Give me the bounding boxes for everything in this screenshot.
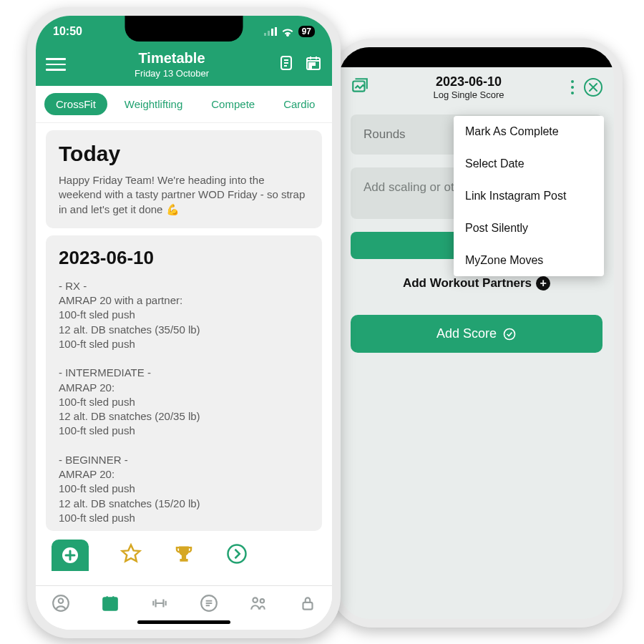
tab-weightlifting[interactable]: Weightlifting (113, 93, 194, 115)
status-time: 10:50 (53, 25, 82, 38)
add-button[interactable] (52, 540, 89, 571)
page-subtitle: Friday 13 October (66, 68, 278, 79)
svg-rect-5 (275, 27, 277, 36)
nav-lock[interactable] (298, 593, 318, 613)
tab-row: CrossFit Weightlifting Compete Cardio Ad… (36, 86, 332, 123)
menu-item-select-date[interactable]: Select Date (454, 147, 604, 180)
kebab-menu-icon[interactable] (568, 77, 577, 97)
workout-date: 2023-06-10 (59, 247, 309, 269)
menu-item-mark-complete[interactable]: Mark As Complete (454, 116, 604, 147)
nav-calendar[interactable] (100, 593, 120, 613)
workout-text: - RX - AMRAP 20 with a partner: 100-ft s… (59, 279, 309, 525)
arrow-right-icon[interactable] (226, 543, 248, 567)
svg-point-1 (504, 328, 515, 339)
add-partners-label: Add Workout Partners (403, 276, 532, 291)
nav-workouts[interactable] (150, 593, 170, 613)
log-subtitle: Log Single Score (369, 89, 568, 100)
svg-rect-8 (309, 63, 311, 65)
svg-rect-2 (264, 33, 266, 36)
svg-rect-19 (303, 602, 312, 609)
android-notch (405, 47, 548, 67)
close-button[interactable] (584, 78, 602, 97)
svg-point-14 (58, 598, 63, 603)
phone-left: 10:50 97 Timetable Friday 13 October (27, 7, 341, 638)
home-indicator (137, 620, 230, 624)
cellular-icon (264, 27, 277, 36)
nav-profile[interactable] (51, 593, 71, 613)
add-partners-button[interactable]: Add Workout Partners + (351, 276, 602, 291)
page-title: Timetable (66, 50, 278, 67)
plus-icon (62, 547, 79, 564)
tab-cardio[interactable]: Cardio (272, 93, 326, 115)
context-menu: Mark As Complete Select Date Link Instag… (454, 116, 604, 276)
menu-icon[interactable] (46, 58, 66, 71)
workout-card: 2023-06-10 - RX - AMRAP 20 with a partne… (46, 235, 322, 531)
main-content: Today Happy Friday Team! We're heading i… (36, 123, 332, 630)
check-circle-icon (502, 327, 517, 341)
menu-item-post-silently[interactable]: Post Silently (454, 212, 604, 244)
svg-rect-9 (313, 63, 315, 65)
workout-actions (42, 538, 326, 571)
log-title: 2023-06-10 (369, 74, 568, 89)
add-score-button[interactable]: Add Score (351, 315, 602, 353)
svg-point-17 (253, 597, 258, 602)
ios-notch (125, 16, 243, 42)
wifi-icon (281, 27, 294, 36)
calendar-icon[interactable] (305, 54, 322, 74)
nav-community[interactable] (248, 593, 268, 613)
nav-list[interactable] (199, 593, 219, 613)
svg-point-18 (260, 599, 263, 602)
battery-badge: 97 (298, 26, 315, 37)
trophy-icon[interactable] (173, 543, 195, 567)
gallery-icon[interactable] (351, 77, 369, 98)
plus-icon: + (536, 276, 550, 291)
svg-rect-10 (309, 66, 311, 68)
log-header: 2023-06-10 Log Single Score (339, 67, 614, 107)
phone-right: 2023-06-10 Log Single Score Rounds Add s… (331, 39, 623, 628)
app-header: Timetable Friday 13 October (36, 47, 332, 86)
svg-rect-3 (268, 31, 270, 36)
notes-icon[interactable] (278, 54, 295, 74)
tab-crossfit[interactable]: CrossFit (44, 93, 107, 115)
add-score-label: Add Score (436, 326, 497, 341)
menu-item-myzone-moves[interactable]: MyZone Moves (454, 244, 604, 276)
tab-compete[interactable]: Compete (200, 93, 266, 115)
today-card: Today Happy Friday Team! We're heading i… (46, 130, 322, 228)
today-body: Happy Friday Team! We're heading into th… (59, 173, 309, 217)
today-heading: Today (59, 142, 309, 166)
star-icon[interactable] (120, 543, 142, 567)
svg-point-12 (228, 545, 246, 563)
menu-item-link-instagram[interactable]: Link Instagram Post (454, 180, 604, 212)
svg-rect-4 (271, 29, 273, 36)
